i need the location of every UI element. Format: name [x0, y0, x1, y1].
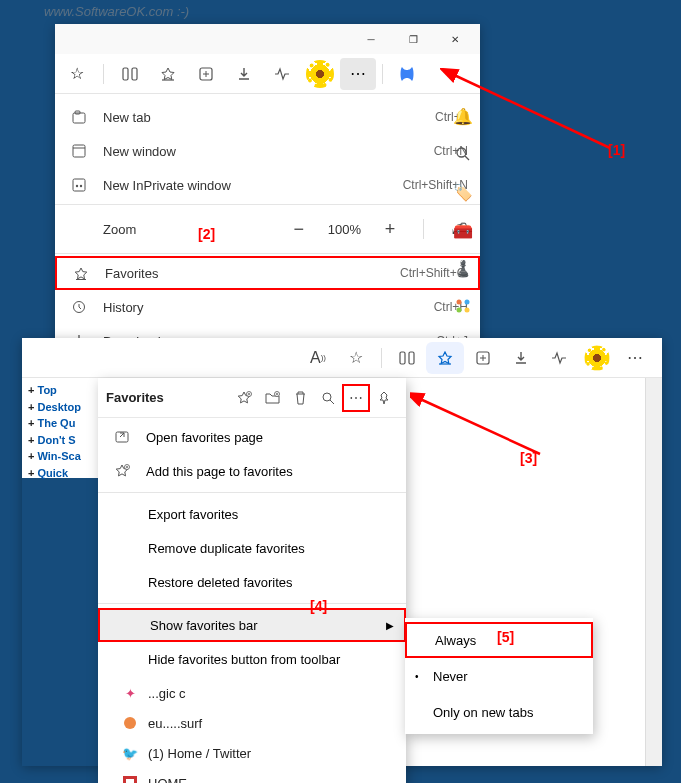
callout-1: [1] [608, 142, 625, 158]
callout-4: [4] [310, 598, 327, 614]
favorites-icon[interactable] [150, 58, 186, 90]
collections-icon[interactable] [464, 342, 502, 374]
minimize-button[interactable]: ─ [350, 24, 392, 54]
games-icon[interactable]: ♟️ [453, 258, 473, 278]
menu-label: Favorites [105, 266, 400, 281]
menu-restore-deleted[interactable]: Restore deleted favorites [98, 565, 406, 599]
divider [98, 603, 406, 604]
menu-label: Restore deleted favorites [148, 575, 293, 590]
menu-show-favorites-bar[interactable]: Show favorites bar ▶ [98, 608, 406, 642]
extension-sunflower-icon[interactable] [302, 58, 338, 90]
close-button[interactable]: ✕ [434, 24, 476, 54]
split-screen-icon[interactable] [388, 342, 426, 374]
collections-icon[interactable] [188, 58, 224, 90]
favorites-header: Favorites ⋯ [98, 378, 406, 418]
submenu-arrow-icon: ▶ [386, 620, 394, 631]
favorites-list: ✦...gic c eu.....surf 🐦(1) Home / Twitte… [98, 678, 406, 783]
favorite-label: eu.....surf [148, 716, 202, 731]
menu-label: Remove duplicate favorites [148, 541, 305, 556]
copilot-icon[interactable] [389, 58, 425, 90]
favorite-star-icon[interactable]: ☆ [59, 58, 95, 90]
open-page-icon [110, 430, 134, 444]
split-screen-icon[interactable] [112, 58, 148, 90]
add-favorite-icon[interactable] [230, 384, 258, 412]
favorite-item[interactable]: eu.....surf [98, 708, 406, 738]
delete-icon[interactable] [286, 384, 314, 412]
menu-label: Export favorites [148, 507, 238, 522]
bookmark-link[interactable]: + The Qu [28, 415, 92, 432]
toolbox-icon[interactable]: 🧰 [453, 220, 473, 240]
menu-remove-duplicates[interactable]: Remove duplicate favorites [98, 531, 406, 565]
bookmark-link[interactable]: + Top [28, 382, 92, 399]
search-icon[interactable] [314, 384, 342, 412]
pin-icon[interactable] [370, 384, 398, 412]
menu-new-tab[interactable]: New tab Ctrl+T [55, 100, 480, 134]
site-icon [122, 715, 138, 731]
downloads-icon[interactable] [502, 342, 540, 374]
menu-new-window[interactable]: New window Ctrl+N [55, 134, 480, 168]
bookmark-link[interactable]: + Don't S [28, 432, 92, 449]
more-menu-button[interactable]: ⋯ [616, 342, 654, 374]
toolbar: ☆ ⋯ [55, 54, 480, 94]
more-options-button[interactable]: ⋯ [342, 384, 370, 412]
inprivate-icon [67, 178, 91, 192]
notifications-icon[interactable]: 🔔 [453, 106, 473, 126]
callout-3: [3] [520, 450, 537, 466]
svg-rect-22 [400, 352, 405, 364]
menu-hide-favorites-button[interactable]: Hide favorites button from toolbar [98, 642, 406, 676]
menu-label: Add this page to favorites [146, 464, 293, 479]
more-menu-button[interactable]: ⋯ [340, 58, 376, 90]
favorite-item[interactable]: ✦...gic c [98, 678, 406, 708]
favorite-star-icon[interactable]: ☆ [337, 342, 375, 374]
svg-point-15 [457, 148, 466, 157]
bookmarks-bar-left: + Top + Desktop + The Qu + Don't S + Win… [22, 378, 98, 478]
bookmark-link[interactable]: + Quick [28, 465, 92, 482]
svg-line-16 [465, 156, 469, 160]
submenu-label: Only on new tabs [433, 705, 533, 720]
favorite-label: HOME [148, 776, 187, 784]
zoom-in-button[interactable]: + [379, 219, 401, 240]
favorite-label: (1) Home / Twitter [148, 746, 251, 761]
zoom-out-button[interactable]: − [288, 219, 310, 240]
favorites-context-menu: Open favorites page Add this page to fav… [98, 418, 406, 678]
downloads-icon[interactable] [226, 58, 262, 90]
extension-sunflower-icon[interactable] [578, 342, 616, 374]
svg-point-12 [80, 185, 82, 187]
apps-icon[interactable] [453, 296, 473, 316]
svg-rect-43 [126, 779, 134, 783]
submenu-never[interactable]: •Never [405, 658, 593, 694]
menu-history[interactable]: History Ctrl+H [55, 290, 480, 324]
menu-export-favorites[interactable]: Export favorites [98, 497, 406, 531]
menu-new-inprivate[interactable]: New InPrivate window Ctrl+Shift+N [55, 168, 480, 202]
read-aloud-icon[interactable]: A)) [299, 342, 337, 374]
bookmark-link[interactable]: + Win-Sca [28, 448, 92, 465]
performance-icon[interactable] [264, 58, 300, 90]
menu-label: Show favorites bar [150, 618, 258, 633]
menu-add-page[interactable]: Add this page to favorites [98, 454, 406, 488]
main-menu: New tab Ctrl+T New window Ctrl+N New InP… [55, 94, 480, 364]
menu-open-favorites-page[interactable]: Open favorites page [98, 420, 406, 454]
site-icon: ✦ [122, 685, 138, 701]
submenu-only-new-tabs[interactable]: Only on new tabs [405, 694, 593, 730]
svg-rect-23 [409, 352, 414, 364]
watermark: www.SoftwareOK.com :-) [44, 4, 189, 19]
menu-label: Hide favorites button from toolbar [148, 652, 340, 667]
add-folder-icon[interactable] [258, 384, 286, 412]
favorites-toolbar-icon[interactable] [426, 342, 464, 374]
tag-icon[interactable]: 🏷️ [453, 182, 473, 202]
site-icon [122, 775, 138, 783]
favorite-label: ...gic c [148, 686, 186, 701]
bookmark-link[interactable]: + Desktop [28, 399, 92, 416]
favorite-item[interactable]: HOME [98, 768, 406, 783]
bullet-icon: • [415, 671, 419, 682]
submenu-label: Never [433, 669, 468, 684]
maximize-button[interactable]: ❐ [392, 24, 434, 54]
search-icon[interactable] [453, 144, 473, 164]
performance-icon[interactable] [540, 342, 578, 374]
svg-point-11 [76, 185, 78, 187]
callout-5: [5] [497, 629, 514, 645]
menu-favorites[interactable]: Favorites Ctrl+Shift+O [55, 256, 480, 290]
favorite-item[interactable]: 🐦(1) Home / Twitter [98, 738, 406, 768]
svg-rect-1 [132, 68, 137, 80]
add-star-icon [110, 464, 134, 478]
